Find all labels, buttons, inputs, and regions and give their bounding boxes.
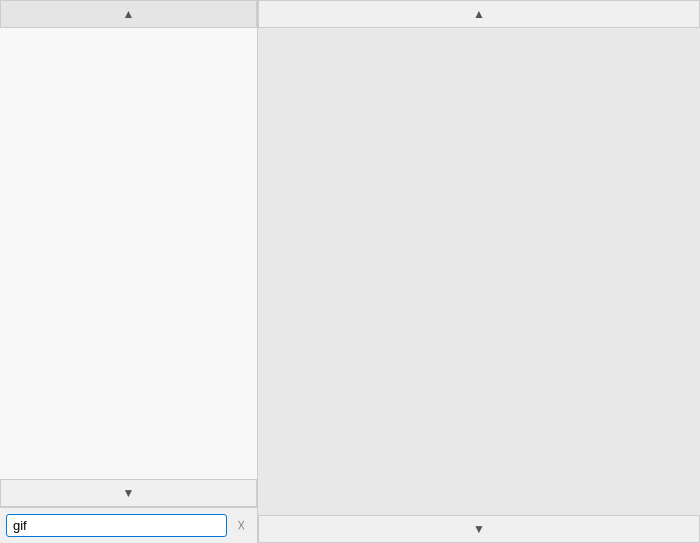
search-area: ☓ [0,507,257,543]
left-scroll-down[interactable]: ▼ [0,479,257,507]
search-clear-button[interactable]: ☓ [231,518,251,534]
left-scroll-up[interactable]: ▲ [0,0,257,28]
right-scroll-up[interactable]: ▲ [258,0,700,28]
right-panel: ▲ ▼ [258,0,700,543]
right-list-area [258,28,700,515]
left-list-area [0,28,257,479]
search-input[interactable] [6,514,227,537]
left-panel: ▲ ▼ ☓ [0,0,258,543]
right-scroll-down[interactable]: ▼ [258,515,700,543]
main-container: ▲ ▼ ☓ ▲ ▼ [0,0,700,543]
